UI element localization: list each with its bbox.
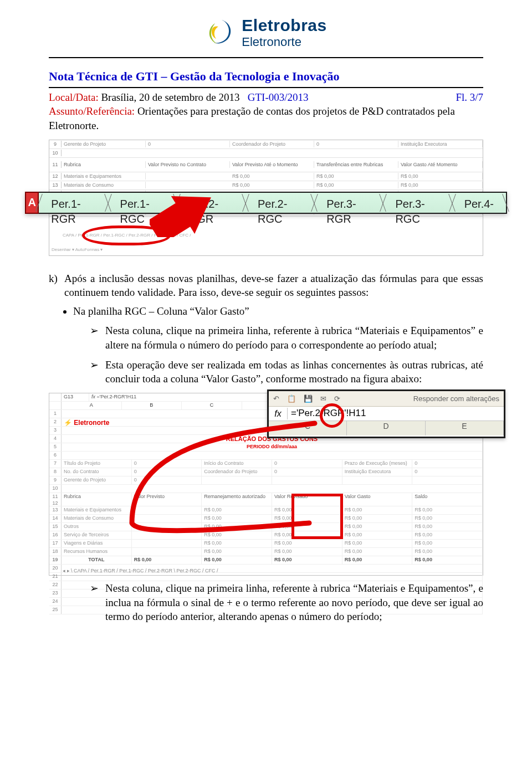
tab-aa: A — [25, 192, 39, 214]
eletrobras-icon — [205, 17, 236, 48]
arrow-step-2: Esta operação deve ser realizada em toda… — [90, 358, 483, 386]
red-box-valor-gasto — [291, 494, 343, 539]
rule-top — [49, 57, 483, 58]
doc-title: Nota Técnica de GTI – Gestão da Tecnolog… — [49, 68, 483, 85]
col-d: D — [347, 421, 425, 435]
meta-local: Brasília, 20 de setembro de 2013 — [101, 91, 239, 103]
list-k-text: Após a inclusão dessas novas planilhas, … — [64, 271, 483, 300]
meta-folio: Fl. 3/7 — [456, 90, 483, 105]
toolbar-mail-icon: ✉︎ — [320, 394, 326, 404]
screenshot-2: G13fx ='Per.2-RGR'!H11 ABCDEFG 1 2⚡ Elet… — [49, 393, 483, 576]
toolbar-save-icon: 💾 — [304, 394, 313, 404]
drawing-toolbar: Desenhar ▾ AutoFormas ▾ — [52, 247, 103, 253]
bullet-rgc: Na planilha RGC – Coluna “Valor Gasto” — [73, 304, 483, 319]
tab-per2-rgr: Per.2-RGR — [177, 193, 245, 213]
sheet-tabs-zoom: A Per.1-RGR Per.1-RGC Per.2-RGR Per.2-RG… — [25, 192, 507, 214]
tab-per2-rgc: Per.2-RGC — [245, 193, 314, 213]
tab-per1-rgc: Per.1-RGC — [108, 193, 177, 213]
tab-per1-rgr: Per.1-RGR — [39, 193, 108, 213]
tab-per4: Per.4- — [452, 193, 506, 213]
red-circle-1 — [82, 225, 171, 245]
logo-sub: Eletronorte — [242, 35, 301, 48]
formula-callout: ↶ 📋 💾 ✉︎ ⟳ Responder com alterações fx =… — [267, 389, 505, 438]
bottom-tabs-2: ◂ ▸ \ CAPA / Per.1-RGR / Per.1-RGC / Per… — [63, 567, 218, 574]
toolbar-paste-icon: 📋 — [287, 394, 296, 404]
fx-label: fx — [269, 408, 288, 420]
meta-code: GTI-003/2013 — [248, 91, 309, 103]
arrow-step-1: Nesta coluna, clique na primeira linha, … — [90, 324, 483, 352]
meta-assunto-label: Assunto/Referência: — [49, 105, 135, 117]
col-e: E — [426, 421, 504, 435]
red-circle-2 — [320, 403, 344, 428]
toolbar-reply-label: Responder com alterações — [413, 394, 499, 404]
meta-block: Local/Data: Brasília, 20 de setembro de … — [49, 90, 483, 133]
meta-local-label: Local/Data: — [49, 91, 99, 103]
list-k-marker: k) — [49, 271, 64, 300]
rule-under-title — [49, 87, 483, 88]
tab-per3-rgc: Per.3-RGC — [383, 193, 452, 213]
tab-per3-rgr: Per.3-RGR — [314, 193, 383, 213]
toolbar-undo-icon: ↶ — [273, 394, 279, 404]
logo-brand: Eletrobras — [242, 17, 326, 34]
toolbar-refresh-icon: ⟳ — [334, 394, 340, 404]
header-logo: Eletrobras Eletronorte — [49, 17, 483, 52]
arrow-step-3: Nesta coluna, clique na primeira linha, … — [90, 581, 483, 624]
screenshot-1: 9Gerente do Projeto0Coordenador do Proje… — [49, 140, 483, 256]
